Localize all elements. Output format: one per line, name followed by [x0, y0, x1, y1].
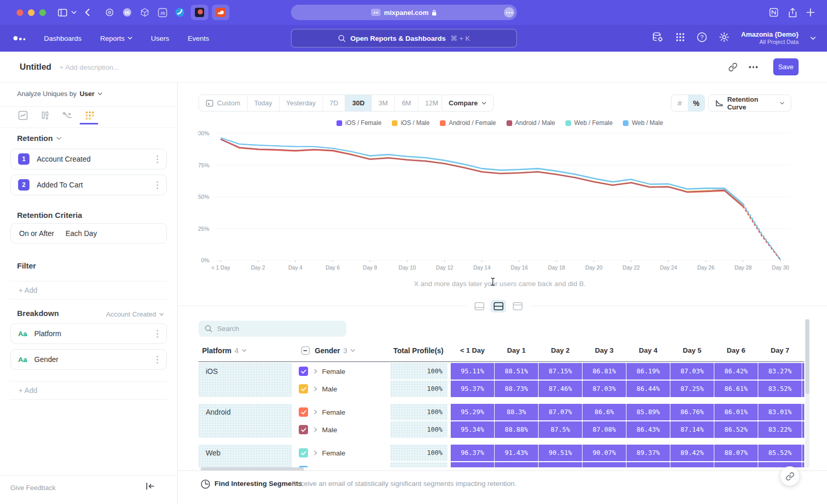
- range-custom[interactable]: Custom: [199, 95, 248, 111]
- account-chevron-icon[interactable]: [810, 37, 816, 40]
- retention-cell[interactable]: 83.22%: [758, 421, 802, 438]
- retention-cell[interactable]: 86.6%: [583, 404, 626, 420]
- retention-cell[interactable]: 87.15%: [539, 363, 582, 380]
- legend-item[interactable]: Web / Female: [565, 119, 612, 127]
- range-6m[interactable]: 6M: [395, 95, 418, 111]
- breakdown-card-platform[interactable]: Aa Platform: [10, 323, 167, 344]
- retention-cell[interactable]: 87.07%: [539, 404, 582, 420]
- compare-button[interactable]: Compare: [441, 94, 494, 112]
- retention-cell[interactable]: 90.07%: [583, 445, 626, 461]
- gender-cell[interactable]: Female: [292, 363, 390, 380]
- expand-chevron-icon[interactable]: [314, 410, 317, 415]
- tab-favicon-js[interactable]: JS: [154, 5, 171, 20]
- retention-cell[interactable]: 86.76%: [670, 404, 714, 420]
- series-checkbox[interactable]: [299, 407, 308, 417]
- notion-extension-icon[interactable]: [769, 8, 778, 17]
- retention-cell[interactable]: 95.37%: [451, 381, 494, 397]
- retention-cell[interactable]: 90.01%: [583, 462, 626, 467]
- select-all-checkbox[interactable]: [301, 346, 310, 355]
- breakdown-menu-icon[interactable]: [157, 359, 158, 360]
- retention-cell[interactable]: 85.67%: [758, 462, 802, 467]
- retention-cell[interactable]: 83.27%: [758, 363, 802, 380]
- vertical-scrollbar-thumb[interactable]: [805, 319, 809, 394]
- retention-cell[interactable]: 95.11%: [451, 363, 494, 380]
- retention-cell[interactable]: 90.51%: [539, 445, 582, 461]
- expand-chevron-icon[interactable]: [314, 427, 317, 432]
- tab-flows-icon[interactable]: [60, 108, 75, 122]
- more-options-icon[interactable]: [749, 66, 758, 68]
- nav-events[interactable]: Events: [188, 35, 209, 42]
- help-icon[interactable]: ?: [697, 32, 707, 44]
- new-tab-icon[interactable]: [806, 8, 815, 17]
- platform-cell[interactable]: iOS: [198, 363, 292, 397]
- retention-chart[interactable]: 100%75%50%25%0%< 1 DayDay 2Day 4Day 6Day…: [198, 129, 801, 276]
- retention-cell[interactable]: 87.25%: [670, 381, 714, 397]
- legend-item[interactable]: iOS / Male: [392, 119, 430, 127]
- retention-cell[interactable]: 86.52%: [714, 421, 758, 438]
- retention-cell[interactable]: 88.73%: [495, 381, 538, 397]
- give-feedback-link[interactable]: Give Feedback: [10, 484, 55, 492]
- platform-cell[interactable]: Android: [198, 404, 292, 438]
- save-button[interactable]: Save: [773, 58, 799, 75]
- tab-retention-icon[interactable]: [82, 108, 97, 122]
- chevron-down-icon[interactable]: [71, 11, 76, 14]
- share-icon[interactable]: [788, 8, 797, 18]
- retention-cell[interactable]: 86.43%: [626, 421, 670, 438]
- address-bar[interactable]: mixpanel.com: [291, 5, 517, 20]
- site-options-icon[interactable]: [504, 7, 514, 18]
- range-3m[interactable]: 3M: [372, 95, 395, 111]
- platform-cell[interactable]: Web: [198, 445, 292, 467]
- retention-cell[interactable]: 95.34%: [451, 421, 494, 438]
- retention-cell[interactable]: 87.46%: [539, 381, 582, 397]
- series-checkbox[interactable]: [299, 425, 308, 434]
- retention-cell[interactable]: 85.52%: [758, 445, 802, 461]
- retention-cell[interactable]: 89.48%: [626, 462, 670, 467]
- retention-cell[interactable]: 90.54%: [539, 462, 582, 467]
- expand-chevron-icon[interactable]: [314, 386, 317, 391]
- nav-dashboards[interactable]: Dashboards: [44, 35, 82, 42]
- legend-item[interactable]: Android / Male: [507, 119, 555, 127]
- retention-cell[interactable]: 88.07%: [714, 445, 758, 461]
- apps-grid-icon[interactable]: [676, 33, 685, 44]
- collapse-sidebar-icon[interactable]: [146, 482, 155, 492]
- range-30d[interactable]: 30D: [345, 95, 372, 111]
- report-title[interactable]: Untitled: [20, 62, 51, 72]
- retention-cell[interactable]: 88.04%: [714, 462, 758, 467]
- minimize-window-button[interactable]: [28, 9, 35, 16]
- layout-split-even[interactable]: [491, 300, 506, 312]
- step-card-1[interactable]: 1 Account Created: [10, 149, 167, 169]
- tab-favicon-target[interactable]: [101, 5, 118, 20]
- gender-cell[interactable]: Male: [292, 381, 390, 397]
- gender-cell[interactable]: Male: [292, 421, 390, 438]
- chart-type-selector[interactable]: Retention Curve: [708, 94, 791, 112]
- retention-cell[interactable]: 89.42%: [670, 445, 714, 461]
- criteria-card[interactable]: On or After Each Day: [10, 223, 167, 244]
- tab-favicon-soundcloud[interactable]: [212, 5, 229, 20]
- retention-cell[interactable]: 86.42%: [714, 363, 758, 380]
- step-menu-icon[interactable]: [157, 159, 158, 160]
- retention-cell[interactable]: 87.14%: [670, 421, 714, 438]
- series-checkbox[interactable]: [299, 367, 308, 376]
- retention-cell[interactable]: 85.89%: [626, 404, 670, 420]
- retention-cell[interactable]: 87.03%: [670, 363, 714, 380]
- retention-cell[interactable]: 91.41%: [495, 462, 538, 467]
- retention-cell[interactable]: 86.44%: [626, 381, 670, 397]
- retention-cell[interactable]: 86.61%: [714, 381, 758, 397]
- platform-column-header[interactable]: Platform 4: [202, 341, 247, 360]
- retention-cell[interactable]: 91.43%: [495, 445, 538, 461]
- percent-toggle[interactable]: %: [688, 95, 705, 111]
- retention-cell[interactable]: 89.37%: [626, 445, 670, 461]
- mixpanel-logo[interactable]: [13, 36, 25, 40]
- gender-cell[interactable]: Male: [292, 462, 390, 467]
- tab-favicon-recorder[interactable]: [191, 5, 208, 20]
- step-card-2[interactable]: 2 Added To Cart: [10, 175, 167, 195]
- add-breakdown-button[interactable]: + Add: [10, 381, 167, 400]
- series-checkbox[interactable]: [299, 448, 308, 458]
- tab-favicon-globe[interactable]: [171, 5, 189, 20]
- retention-cell[interactable]: 88.51%: [495, 363, 538, 380]
- retention-cell[interactable]: 83.01%: [758, 404, 802, 420]
- retention-cell[interactable]: 96.37%: [451, 445, 494, 461]
- layout-chart-focus[interactable]: [471, 300, 487, 312]
- retention-cell[interactable]: 95.29%: [451, 404, 494, 420]
- legend-item[interactable]: Web / Male: [623, 119, 663, 127]
